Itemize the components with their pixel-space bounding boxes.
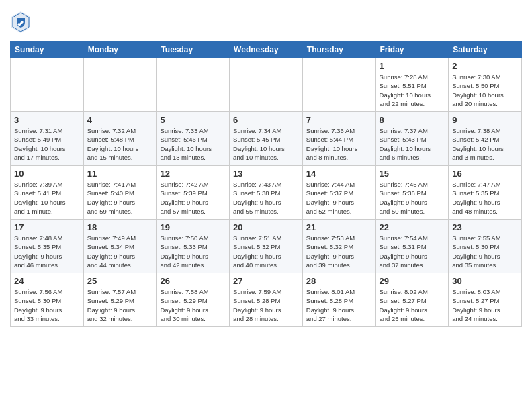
day-cell: 1Sunrise: 7:28 AM Sunset: 5:51 PM Daylig… [375, 58, 449, 112]
day-number: 30 [452, 276, 518, 286]
day-cell: 10Sunrise: 7:39 AM Sunset: 5:41 PM Dayli… [11, 166, 84, 220]
page-header [10, 10, 522, 34]
day-cell: 26Sunrise: 7:58 AM Sunset: 5:29 PM Dayli… [157, 273, 230, 327]
day-number: 27 [233, 276, 299, 286]
day-cell: 6Sunrise: 7:34 AM Sunset: 5:45 PM Daylig… [230, 112, 303, 166]
col-header-wednesday: Wednesday [230, 42, 303, 58]
day-cell: 2Sunrise: 7:30 AM Sunset: 5:50 PM Daylig… [449, 58, 522, 112]
day-info: Sunrise: 7:41 AM Sunset: 5:40 PM Dayligh… [87, 180, 153, 216]
day-number: 18 [87, 222, 153, 232]
calendar-body: 1Sunrise: 7:28 AM Sunset: 5:51 PM Daylig… [11, 58, 522, 327]
day-info: Sunrise: 7:53 AM Sunset: 5:32 PM Dayligh… [306, 234, 372, 269]
day-number: 1 [380, 61, 445, 71]
day-info: Sunrise: 7:37 AM Sunset: 5:43 PM Dayligh… [380, 126, 445, 162]
day-info: Sunrise: 7:31 AM Sunset: 5:49 PM Dayligh… [14, 126, 80, 162]
day-cell: 19Sunrise: 7:50 AM Sunset: 5:33 PM Dayli… [157, 220, 230, 273]
header-row: SundayMondayTuesdayWednesdayThursdayFrid… [11, 42, 522, 58]
day-cell: 11Sunrise: 7:41 AM Sunset: 5:40 PM Dayli… [83, 166, 157, 220]
day-number: 15 [380, 169, 445, 179]
col-header-thursday: Thursday [302, 42, 375, 58]
day-number: 11 [87, 169, 153, 179]
day-info: Sunrise: 7:38 AM Sunset: 5:42 PM Dayligh… [452, 126, 518, 162]
day-info: Sunrise: 7:45 AM Sunset: 5:36 PM Dayligh… [380, 180, 445, 216]
day-cell: 20Sunrise: 7:51 AM Sunset: 5:32 PM Dayli… [230, 220, 303, 273]
day-info: Sunrise: 7:34 AM Sunset: 5:45 PM Dayligh… [233, 126, 299, 162]
day-info: Sunrise: 8:01 AM Sunset: 5:28 PM Dayligh… [306, 287, 372, 323]
day-number: 4 [87, 115, 153, 125]
day-number: 16 [452, 169, 518, 179]
day-info: Sunrise: 7:39 AM Sunset: 5:41 PM Dayligh… [14, 180, 80, 216]
day-cell: 14Sunrise: 7:44 AM Sunset: 5:37 PM Dayli… [302, 166, 375, 220]
day-info: Sunrise: 7:42 AM Sunset: 5:39 PM Dayligh… [160, 180, 226, 216]
day-info: Sunrise: 7:47 AM Sunset: 5:35 PM Dayligh… [452, 180, 518, 216]
day-info: Sunrise: 7:54 AM Sunset: 5:31 PM Dayligh… [380, 234, 445, 269]
day-number: 20 [233, 222, 299, 232]
day-cell: 30Sunrise: 8:03 AM Sunset: 5:27 PM Dayli… [449, 273, 522, 327]
logo-icon [10, 10, 32, 34]
day-cell [11, 58, 84, 112]
day-cell: 24Sunrise: 7:56 AM Sunset: 5:30 PM Dayli… [11, 273, 84, 327]
day-info: Sunrise: 7:44 AM Sunset: 5:37 PM Dayligh… [306, 180, 372, 216]
day-cell: 3Sunrise: 7:31 AM Sunset: 5:49 PM Daylig… [11, 112, 84, 166]
day-number: 8 [380, 115, 445, 125]
day-cell: 27Sunrise: 7:59 AM Sunset: 5:28 PM Dayli… [230, 273, 303, 327]
col-header-monday: Monday [83, 42, 157, 58]
day-cell: 12Sunrise: 7:42 AM Sunset: 5:39 PM Dayli… [157, 166, 230, 220]
logo [10, 10, 34, 34]
day-info: Sunrise: 7:43 AM Sunset: 5:38 PM Dayligh… [233, 180, 299, 216]
day-number: 9 [452, 115, 518, 125]
day-number: 23 [452, 222, 518, 232]
day-info: Sunrise: 7:57 AM Sunset: 5:29 PM Dayligh… [87, 287, 153, 323]
calendar-table: SundayMondayTuesdayWednesdayThursdayFrid… [10, 41, 522, 327]
day-number: 10 [14, 169, 80, 179]
col-header-saturday: Saturday [449, 42, 522, 58]
day-cell [83, 58, 157, 112]
day-cell: 21Sunrise: 7:53 AM Sunset: 5:32 PM Dayli… [302, 220, 375, 273]
day-cell: 22Sunrise: 7:54 AM Sunset: 5:31 PM Dayli… [375, 220, 449, 273]
day-number: 6 [233, 115, 299, 125]
day-info: Sunrise: 7:55 AM Sunset: 5:30 PM Dayligh… [452, 234, 518, 269]
day-number: 24 [14, 276, 80, 286]
day-cell: 7Sunrise: 7:36 AM Sunset: 5:44 PM Daylig… [302, 112, 375, 166]
day-cell: 16Sunrise: 7:47 AM Sunset: 5:35 PM Dayli… [449, 166, 522, 220]
day-info: Sunrise: 8:03 AM Sunset: 5:27 PM Dayligh… [452, 287, 518, 323]
day-number: 29 [380, 276, 445, 286]
day-number: 21 [306, 222, 372, 232]
day-number: 26 [160, 276, 226, 286]
day-number: 22 [380, 222, 445, 232]
day-number: 12 [160, 169, 226, 179]
day-number: 5 [160, 115, 226, 125]
day-cell: 25Sunrise: 7:57 AM Sunset: 5:29 PM Dayli… [83, 273, 157, 327]
day-info: Sunrise: 7:50 AM Sunset: 5:33 PM Dayligh… [160, 234, 226, 269]
day-info: Sunrise: 7:49 AM Sunset: 5:34 PM Dayligh… [87, 234, 153, 269]
day-info: Sunrise: 7:33 AM Sunset: 5:46 PM Dayligh… [160, 126, 226, 162]
day-number: 28 [306, 276, 372, 286]
day-info: Sunrise: 7:28 AM Sunset: 5:51 PM Dayligh… [380, 73, 445, 108]
week-row-0: 1Sunrise: 7:28 AM Sunset: 5:51 PM Daylig… [11, 58, 522, 112]
col-header-tuesday: Tuesday [157, 42, 230, 58]
day-info: Sunrise: 7:59 AM Sunset: 5:28 PM Dayligh… [233, 287, 299, 323]
day-info: Sunrise: 7:51 AM Sunset: 5:32 PM Dayligh… [233, 234, 299, 269]
day-cell: 29Sunrise: 8:02 AM Sunset: 5:27 PM Dayli… [375, 273, 449, 327]
day-number: 14 [306, 169, 372, 179]
day-cell: 23Sunrise: 7:55 AM Sunset: 5:30 PM Dayli… [449, 220, 522, 273]
week-row-3: 17Sunrise: 7:48 AM Sunset: 5:35 PM Dayli… [11, 220, 522, 273]
day-cell: 18Sunrise: 7:49 AM Sunset: 5:34 PM Dayli… [83, 220, 157, 273]
day-cell: 4Sunrise: 7:32 AM Sunset: 5:48 PM Daylig… [83, 112, 157, 166]
col-header-friday: Friday [375, 42, 449, 58]
day-info: Sunrise: 7:56 AM Sunset: 5:30 PM Dayligh… [14, 287, 80, 323]
week-row-2: 10Sunrise: 7:39 AM Sunset: 5:41 PM Dayli… [11, 166, 522, 220]
day-info: Sunrise: 7:32 AM Sunset: 5:48 PM Dayligh… [87, 126, 153, 162]
day-cell [230, 58, 303, 112]
day-info: Sunrise: 7:48 AM Sunset: 5:35 PM Dayligh… [14, 234, 80, 269]
day-cell: 17Sunrise: 7:48 AM Sunset: 5:35 PM Dayli… [11, 220, 84, 273]
day-cell: 13Sunrise: 7:43 AM Sunset: 5:38 PM Dayli… [230, 166, 303, 220]
day-cell [302, 58, 375, 112]
day-cell: 5Sunrise: 7:33 AM Sunset: 5:46 PM Daylig… [157, 112, 230, 166]
day-number: 17 [14, 222, 80, 232]
day-info: Sunrise: 7:36 AM Sunset: 5:44 PM Dayligh… [306, 126, 372, 162]
week-row-4: 24Sunrise: 7:56 AM Sunset: 5:30 PM Dayli… [11, 273, 522, 327]
day-info: Sunrise: 7:58 AM Sunset: 5:29 PM Dayligh… [160, 287, 226, 323]
day-info: Sunrise: 7:30 AM Sunset: 5:50 PM Dayligh… [452, 73, 518, 108]
calendar-header: SundayMondayTuesdayWednesdayThursdayFrid… [11, 42, 522, 58]
